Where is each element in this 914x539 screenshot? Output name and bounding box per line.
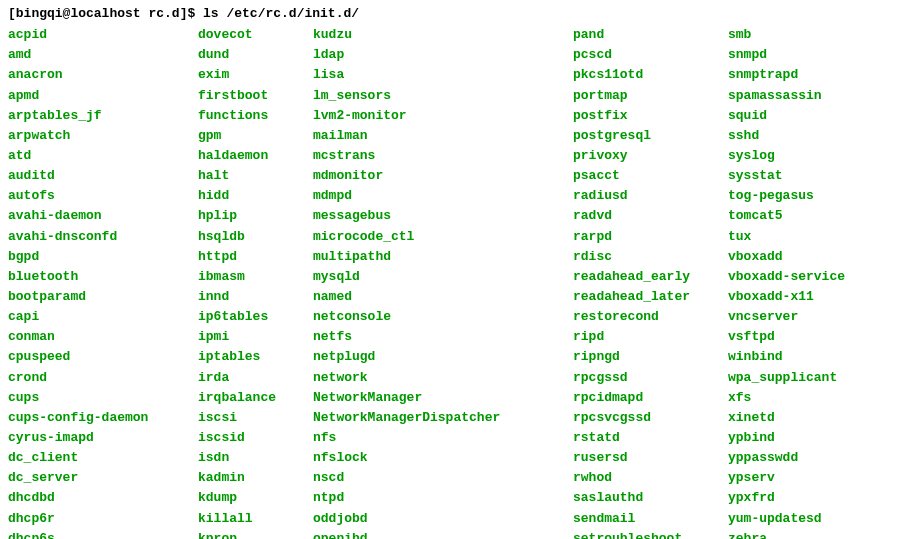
file-entry: firstboot: [198, 86, 313, 106]
file-entry: radvd: [573, 206, 728, 226]
file-entry: portmap: [573, 86, 728, 106]
file-entry: ip6tables: [198, 307, 313, 327]
file-entry: iptables: [198, 347, 313, 367]
file-entry: dhcp6s: [8, 529, 198, 539]
file-entry: postgresql: [573, 126, 728, 146]
file-entry: conman: [8, 327, 198, 347]
shell-prompt: [bingqi@localhost rc.d]$ ls /etc/rc.d/in…: [8, 4, 906, 24]
file-entry: saslauthd: [573, 488, 728, 508]
file-entry: ibmasm: [198, 267, 313, 287]
file-entry: rwhod: [573, 468, 728, 488]
file-entry: irda: [198, 368, 313, 388]
file-entry: crond: [8, 368, 198, 388]
file-entry: ipmi: [198, 327, 313, 347]
file-entry: dhcdbd: [8, 488, 198, 508]
file-entry: syslog: [728, 146, 888, 166]
column-2: dovecotdundeximfirstbootfunctionsgpmhald…: [198, 25, 313, 539]
file-entry: apmd: [8, 86, 198, 106]
file-entry: spamassassin: [728, 86, 888, 106]
file-entry: kadmin: [198, 468, 313, 488]
file-entry: kudzu: [313, 25, 573, 45]
file-entry: postfix: [573, 106, 728, 126]
file-entry: lisa: [313, 65, 573, 85]
file-entry: innd: [198, 287, 313, 307]
file-entry: openibd: [313, 529, 573, 539]
file-entry: nfs: [313, 428, 573, 448]
file-entry: ripd: [573, 327, 728, 347]
file-entry: arpwatch: [8, 126, 198, 146]
file-entry: zebra: [728, 529, 888, 539]
file-entry: anacron: [8, 65, 198, 85]
file-entry: readahead_early: [573, 267, 728, 287]
file-entry: functions: [198, 106, 313, 126]
file-entry: tog-pegasus: [728, 186, 888, 206]
file-entry: tomcat5: [728, 206, 888, 226]
file-entry: gpm: [198, 126, 313, 146]
file-entry: pand: [573, 25, 728, 45]
file-entry: messagebus: [313, 206, 573, 226]
file-entry: radiusd: [573, 186, 728, 206]
column-1: acpidamdanacronapmdarptables_jfarpwatcha…: [8, 25, 198, 539]
file-entry: ldap: [313, 45, 573, 65]
file-entry: dund: [198, 45, 313, 65]
file-entry: rpcidmapd: [573, 388, 728, 408]
file-entry: named: [313, 287, 573, 307]
file-entry: bluetooth: [8, 267, 198, 287]
file-entry: isdn: [198, 448, 313, 468]
file-entry: NetworkManager: [313, 388, 573, 408]
file-entry: lvm2-monitor: [313, 106, 573, 126]
file-entry: auditd: [8, 166, 198, 186]
file-entry: xinetd: [728, 408, 888, 428]
column-5: smbsnmpdsnmptrapdspamassassinsquidsshdsy…: [728, 25, 888, 539]
file-entry: cpuspeed: [8, 347, 198, 367]
file-entry: wpa_supplicant: [728, 368, 888, 388]
file-entry: cyrus-imapd: [8, 428, 198, 448]
file-entry: iscsid: [198, 428, 313, 448]
file-entry: hsqldb: [198, 227, 313, 247]
file-entry: cups: [8, 388, 198, 408]
file-entry: haldaemon: [198, 146, 313, 166]
file-entry: dovecot: [198, 25, 313, 45]
file-entry: smb: [728, 25, 888, 45]
file-entry: ypxfrd: [728, 488, 888, 508]
file-entry: netfs: [313, 327, 573, 347]
file-entry: ntpd: [313, 488, 573, 508]
file-entry: restorecond: [573, 307, 728, 327]
file-entry: netplugd: [313, 347, 573, 367]
column-3: kudzuldaplisalm_sensorslvm2-monitormailm…: [313, 25, 573, 539]
file-entry: dc_client: [8, 448, 198, 468]
prompt-text: [bingqi@localhost rc.d]$ ls /etc/rc.d/in…: [8, 6, 359, 21]
file-entry: xfs: [728, 388, 888, 408]
file-entry: nscd: [313, 468, 573, 488]
file-entry: ypbind: [728, 428, 888, 448]
file-entry: tux: [728, 227, 888, 247]
file-entry: rdisc: [573, 247, 728, 267]
file-entry: bgpd: [8, 247, 198, 267]
file-entry: readahead_later: [573, 287, 728, 307]
file-entry: mdmpd: [313, 186, 573, 206]
file-entry: httpd: [198, 247, 313, 267]
file-entry: capi: [8, 307, 198, 327]
file-entry: dhcp6r: [8, 509, 198, 529]
file-entry: pcscd: [573, 45, 728, 65]
file-entry: vncserver: [728, 307, 888, 327]
file-entry: kdump: [198, 488, 313, 508]
file-entry: yppasswdd: [728, 448, 888, 468]
file-entry: squid: [728, 106, 888, 126]
file-entry: mysqld: [313, 267, 573, 287]
file-entry: rpcsvcgssd: [573, 408, 728, 428]
file-entry: nfslock: [313, 448, 573, 468]
file-entry: dc_server: [8, 468, 198, 488]
file-entry: snmpd: [728, 45, 888, 65]
file-entry: sysstat: [728, 166, 888, 186]
file-entry: network: [313, 368, 573, 388]
file-entry: multipathd: [313, 247, 573, 267]
file-entry: autofs: [8, 186, 198, 206]
file-entry: ypserv: [728, 468, 888, 488]
file-entry: netconsole: [313, 307, 573, 327]
file-entry: microcode_ctl: [313, 227, 573, 247]
file-entry: bootparamd: [8, 287, 198, 307]
file-entry: amd: [8, 45, 198, 65]
file-entry: pkcs11otd: [573, 65, 728, 85]
file-entry: mcstrans: [313, 146, 573, 166]
